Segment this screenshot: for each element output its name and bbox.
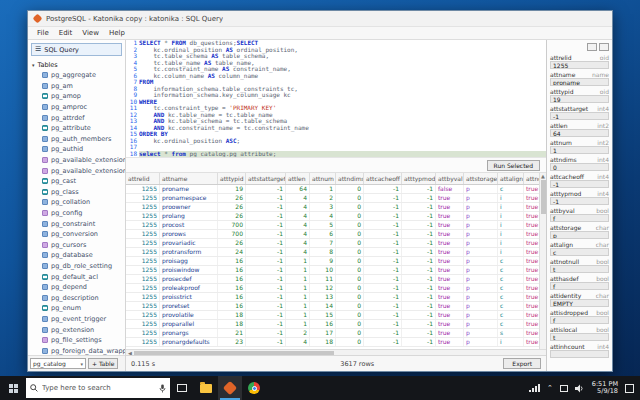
cell-attstorage[interactable]: p	[464, 284, 498, 292]
cell-attbyval[interactable]: true	[436, 194, 464, 202]
cell-attnotnull[interactable]: true	[524, 302, 539, 310]
cell-atttypmod[interactable]: -1	[402, 275, 436, 283]
cell-attndims[interactable]: 0	[336, 302, 364, 310]
table-row[interactable]: 1255prorows700-1460-1-1truepitrue	[126, 230, 539, 239]
column-header-attbyval[interactable]: attbyval	[436, 173, 464, 184]
cell-attrelid[interactable]: 1255	[126, 185, 160, 193]
cell-attalign[interactable]: c	[498, 311, 524, 319]
cell-attnotnull[interactable]: true	[524, 185, 539, 193]
start-button[interactable]	[0, 376, 26, 400]
sidebar-item-pg_attrdef[interactable]: pg_attrdef	[30, 112, 125, 123]
cell-attrelid[interactable]: 1255	[126, 266, 160, 274]
cell-attstattarget[interactable]: -1	[246, 185, 286, 193]
menu-edit[interactable]: Edit	[54, 29, 78, 37]
cell-attrelid[interactable]: 1255	[126, 203, 160, 211]
cell-attname[interactable]: proretset	[160, 302, 218, 310]
cell-attndims[interactable]: 0	[336, 221, 364, 229]
cell-attlen[interactable]: 4	[286, 239, 310, 247]
cell-attrelid[interactable]: 1255	[126, 194, 160, 202]
cell-attstattarget[interactable]: -1	[246, 248, 286, 256]
cell-attstattarget[interactable]: -1	[246, 194, 286, 202]
grid-vertical-scrollbar[interactable]: ▲	[539, 173, 546, 349]
field-value-input[interactable]: t	[550, 333, 609, 341]
sidebar-item-pg_cursors[interactable]: pg_cursors	[30, 240, 125, 251]
cell-atttypid[interactable]: 16	[218, 284, 246, 292]
sidebar-item-pg_aggregate[interactable]: pg_aggregate	[30, 70, 125, 81]
sidebar-item-pg_available_extension_versions[interactable]: pg_available_extension_versions	[30, 155, 125, 166]
cell-attrelid[interactable]: 1255	[126, 293, 160, 301]
cell-attlen[interactable]: 4	[286, 194, 310, 202]
cell-attnum[interactable]: 7	[310, 239, 336, 247]
cell-attndims[interactable]: 0	[336, 212, 364, 220]
table-row[interactable]: 1255proisagg16-1190-1-1truepctrue	[126, 257, 539, 266]
cell-attstorage[interactable]: p	[464, 203, 498, 211]
cell-attalign[interactable]: i	[498, 212, 524, 220]
cell-atttypid[interactable]: 700	[218, 230, 246, 238]
column-header-attcacheoff[interactable]: attcacheoff	[364, 173, 402, 184]
cell-attstattarget[interactable]: -1	[246, 302, 286, 310]
cell-attalign[interactable]: i	[498, 239, 524, 247]
table-row[interactable]: 1255prolang26-1440-1-1truepitrue	[126, 212, 539, 221]
sidebar-item-pg_auth_members[interactable]: pg_auth_members	[30, 134, 125, 145]
field-value-input[interactable]: 1	[550, 146, 609, 154]
field-value-input[interactable]: f	[550, 282, 609, 290]
cell-attlen[interactable]: 2	[286, 329, 310, 337]
cell-atttypid[interactable]: 23	[218, 338, 246, 346]
sidebar-item-pg_attribute[interactable]: pg_attribute	[30, 123, 125, 134]
cell-attbyval[interactable]: true	[436, 248, 464, 256]
cell-atttypid[interactable]: 18	[218, 320, 246, 328]
cell-attnotnull[interactable]: true	[524, 239, 539, 247]
cell-atttypid[interactable]: 24	[218, 248, 246, 256]
field-value-input[interactable]: p	[550, 231, 609, 239]
cell-attnum[interactable]: 15	[310, 311, 336, 319]
cell-attcacheoff[interactable]: -1	[364, 194, 402, 202]
cell-atttypmod[interactable]: -1	[402, 284, 436, 292]
cell-attnum[interactable]: 5	[310, 221, 336, 229]
cell-attcacheoff[interactable]: -1	[364, 185, 402, 193]
cell-attstattarget[interactable]: -1	[246, 257, 286, 265]
cell-attrelid[interactable]: 1255	[126, 284, 160, 292]
column-header-attnum[interactable]: attnum	[310, 173, 336, 184]
tables-node[interactable]: ▾ Tables	[30, 59, 125, 70]
sidebar-item-pg_amop[interactable]: pg_amop	[30, 91, 125, 102]
file-explorer-button[interactable]	[194, 376, 218, 400]
cell-attbyval[interactable]: true	[436, 338, 464, 346]
cell-attbyval[interactable]: true	[436, 221, 464, 229]
run-selected-button[interactable]: Run Selected	[487, 160, 540, 171]
cell-attstattarget[interactable]: -1	[246, 275, 286, 283]
cell-attndims[interactable]: 0	[336, 329, 364, 337]
cell-attstorage[interactable]: p	[464, 257, 498, 265]
cell-attnum[interactable]: 8	[310, 248, 336, 256]
sidebar-item-pg_extension[interactable]: pg_extension	[30, 324, 125, 335]
cell-attname[interactable]: prolang	[160, 212, 218, 220]
cell-attcacheoff[interactable]: -1	[364, 248, 402, 256]
tray-monitor-icon[interactable]	[560, 385, 568, 392]
cell-attalign[interactable]: c	[498, 302, 524, 310]
field-value-input[interactable]: f	[550, 316, 609, 324]
cell-attcacheoff[interactable]: -1	[364, 302, 402, 310]
cell-attcacheoff[interactable]: -1	[364, 212, 402, 220]
cell-attstattarget[interactable]: -1	[246, 329, 286, 337]
cell-attstorage[interactable]: p	[464, 185, 498, 193]
vscroll-thumb[interactable]	[541, 180, 546, 214]
cell-attnotnull[interactable]: true	[524, 320, 539, 328]
sidebar-item-pg_description[interactable]: pg_description	[30, 292, 125, 303]
cell-attndims[interactable]: 0	[336, 338, 364, 346]
cell-attstorage[interactable]: p	[464, 266, 498, 274]
sidebar-item-pg_conversion[interactable]: pg_conversion	[30, 229, 125, 240]
cell-attname[interactable]: proname	[160, 185, 218, 193]
cell-attndims[interactable]: 0	[336, 293, 364, 301]
taskbar-clock[interactable]: 6:51 PM 5/9/18	[592, 381, 618, 396]
table-row[interactable]: 1255proparallel18-11160-1-1truepctrue	[126, 320, 539, 329]
cell-attbyval[interactable]: true	[436, 212, 464, 220]
sidebar-item-pg_class[interactable]: pg_class	[30, 187, 125, 198]
table-row[interactable]: 1255proisstrict16-11130-1-1truepctrue	[126, 293, 539, 302]
cell-attnotnull[interactable]: true	[524, 275, 539, 283]
cell-attname[interactable]: prorows	[160, 230, 218, 238]
cell-attname[interactable]: pronargs	[160, 329, 218, 337]
field-value-input[interactable]: -1	[550, 197, 609, 205]
cell-atttypmod[interactable]: -1	[402, 212, 436, 220]
sidebar-item-pg_authid[interactable]: pg_authid	[30, 144, 125, 155]
cell-attnotnull[interactable]: true	[524, 212, 539, 220]
cell-attlen[interactable]: 4	[286, 203, 310, 211]
